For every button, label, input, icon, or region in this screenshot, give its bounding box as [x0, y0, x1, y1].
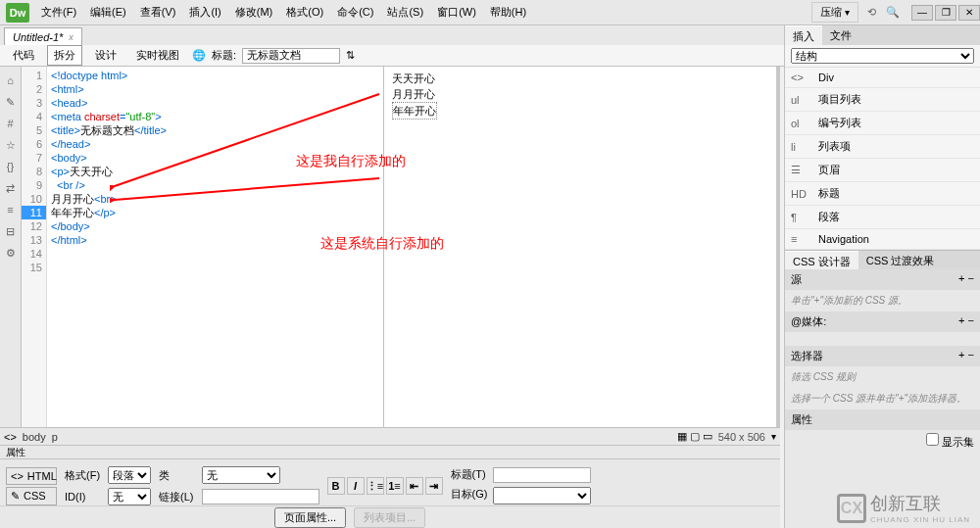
- menu-file[interactable]: 文件(F): [35, 1, 82, 24]
- sync-icon[interactable]: ⟲: [862, 4, 880, 22]
- preview-text-line: 天天开心: [392, 71, 768, 86]
- tool-icon[interactable]: ⇄: [3, 180, 19, 196]
- list-item-button[interactable]: 列表项目...: [354, 507, 425, 528]
- insert-item[interactable]: ol编号列表: [785, 112, 980, 135]
- insert-item[interactable]: HD标题: [785, 182, 980, 206]
- line-number: 9: [22, 178, 46, 192]
- inspect-icon[interactable]: 🌐: [192, 49, 206, 62]
- class-select[interactable]: 无: [202, 466, 280, 484]
- menu-help[interactable]: 帮助(H): [484, 1, 532, 24]
- css-props-header[interactable]: 属性: [785, 409, 980, 430]
- css-media-header[interactable]: @媒体:+ −: [785, 312, 980, 332]
- css-sources-header[interactable]: 源+ −: [785, 269, 980, 290]
- target-select[interactable]: [493, 487, 591, 504]
- refresh-title-icon[interactable]: ⇅: [346, 49, 355, 62]
- watermark-text: 创新互联: [870, 492, 970, 515]
- menu-insert[interactable]: 插入(I): [183, 1, 226, 24]
- insert-item-label: 页眉: [818, 163, 840, 177]
- view-design-button[interactable]: 设计: [88, 45, 123, 66]
- document-tab-label: Untitled-1*: [13, 31, 63, 43]
- title-attr-input[interactable]: [493, 467, 591, 483]
- line-number: 10: [22, 192, 46, 206]
- add-selector-icon[interactable]: + −: [958, 349, 974, 363]
- tab-css-transitions[interactable]: CSS 过渡效果: [858, 251, 943, 269]
- titlebar: Dw 文件(F) 编辑(E) 查看(V) 插入(I) 修改(M) 格式(O) 命…: [0, 0, 980, 25]
- view-code-button[interactable]: 代码: [6, 45, 41, 66]
- minimize-button[interactable]: —: [911, 5, 933, 21]
- tab-insert[interactable]: 插入: [785, 25, 822, 45]
- insert-item[interactable]: ≡Navigation: [785, 229, 980, 250]
- css-selector-header[interactable]: 选择器+ −: [785, 346, 980, 366]
- menu-edit[interactable]: 编辑(E): [84, 1, 132, 24]
- link-input[interactable]: [202, 489, 319, 504]
- css-selector-hint: 选择一个 CSS 源并单击"+"添加选择器。: [785, 388, 980, 409]
- menu-modify[interactable]: 修改(M): [229, 1, 279, 24]
- insert-item-label: 标题: [818, 186, 840, 201]
- tag-body[interactable]: body: [23, 431, 46, 443]
- tool-icon[interactable]: ≡: [3, 202, 19, 217]
- properties-bottom-row: 页面属性... 列表项目...: [0, 505, 780, 528]
- properties-panel: <>HTML ✎CSS 格式(F) 段落 类 无 ID(I) 无 链接(L) B…: [0, 458, 780, 512]
- menu-view[interactable]: 查看(V): [134, 1, 182, 24]
- format-label: 格式(F): [65, 468, 100, 483]
- outdent-button[interactable]: ⇤: [406, 477, 423, 495]
- menu-site[interactable]: 站点(S): [381, 1, 429, 24]
- menu-window[interactable]: 窗口(W): [431, 1, 482, 24]
- tool-icon[interactable]: ☆: [3, 137, 19, 153]
- device-icons[interactable]: ▦ ▢ ▭: [677, 430, 712, 443]
- right-panel-dock: 插入 文件 结构 <>Divul项目列表ol编号列表li列表项☰页眉HD标题¶段…: [784, 25, 980, 528]
- tag-nav-icon[interactable]: <>: [4, 431, 17, 443]
- insert-item[interactable]: ul项目列表: [785, 88, 980, 112]
- indent-button[interactable]: ⇥: [425, 477, 443, 495]
- props-html-button[interactable]: <>HTML: [6, 467, 57, 485]
- tab-files[interactable]: 文件: [822, 25, 859, 45]
- list-ul-button[interactable]: ⋮≡: [367, 477, 384, 495]
- css-sources-hint: 单击"+"添加新的 CSS 源。: [785, 290, 980, 312]
- page-properties-button[interactable]: 页面属性...: [274, 507, 346, 528]
- menu-commands[interactable]: 命令(C): [331, 1, 379, 24]
- maximize-button[interactable]: ❐: [935, 5, 956, 21]
- view-split-button[interactable]: 拆分: [47, 45, 82, 66]
- viewport-dimensions[interactable]: 540 x 506: [718, 431, 765, 443]
- tab-css-designer[interactable]: CSS 设计器: [785, 251, 858, 269]
- format-icons: B I ⋮≡ 1≡ ⇤ ⇥: [327, 477, 443, 495]
- list-ol-button[interactable]: 1≡: [386, 477, 404, 495]
- tool-icon[interactable]: {}: [3, 159, 19, 174]
- insert-item[interactable]: <>Div: [785, 68, 980, 88]
- insert-item[interactable]: ¶段落: [785, 206, 980, 229]
- css-selector-filter[interactable]: 筛选 CSS 规则: [785, 366, 980, 388]
- italic-button[interactable]: I: [347, 477, 365, 495]
- page-title-input[interactable]: [242, 48, 340, 64]
- tool-icon[interactable]: #: [3, 116, 19, 131]
- menu-format[interactable]: 格式(O): [280, 1, 329, 24]
- help-search-icon[interactable]: 🔍: [884, 4, 902, 22]
- add-source-icon[interactable]: + −: [958, 272, 974, 287]
- insert-item-icon: li: [791, 141, 810, 153]
- preview-text-line: 年年开心: [392, 102, 437, 120]
- tool-icon[interactable]: ⊟: [3, 223, 19, 239]
- document-tab-close-icon[interactable]: x: [69, 32, 74, 42]
- document-tab[interactable]: Untitled-1* x: [4, 27, 82, 45]
- tag-p[interactable]: p: [52, 431, 58, 443]
- id-select[interactable]: 无: [108, 488, 151, 505]
- tool-icon[interactable]: ⚙: [3, 245, 19, 261]
- show-set-checkbox[interactable]: 显示集: [926, 436, 974, 448]
- workspace-layout-dropdown[interactable]: 压缩 ▾: [811, 2, 858, 23]
- preview-pane[interactable]: 天天开心 月月开心 年年开心 这是我自行添加的 这是系统自行添加的: [384, 67, 780, 427]
- tool-icon[interactable]: ⌂: [3, 72, 19, 88]
- tool-icon[interactable]: ✎: [3, 94, 19, 110]
- bold-button[interactable]: B: [327, 477, 345, 495]
- preview-text-line: 月月开心: [392, 86, 768, 102]
- view-live-button[interactable]: 实时视图: [129, 45, 186, 66]
- insert-category-select[interactable]: 结构: [791, 48, 974, 64]
- insert-item[interactable]: ☰页眉: [785, 159, 980, 182]
- window-controls: — ❐ ✕: [911, 5, 980, 21]
- add-media-icon[interactable]: + −: [958, 314, 974, 329]
- insert-item[interactable]: li列表项: [785, 135, 980, 159]
- line-number: 12: [22, 219, 46, 233]
- format-select[interactable]: 段落: [108, 466, 151, 484]
- props-css-button[interactable]: ✎CSS: [6, 487, 57, 505]
- line-number: 8: [22, 165, 46, 178]
- close-button[interactable]: ✕: [958, 5, 980, 21]
- insert-item-label: Navigation: [818, 233, 869, 245]
